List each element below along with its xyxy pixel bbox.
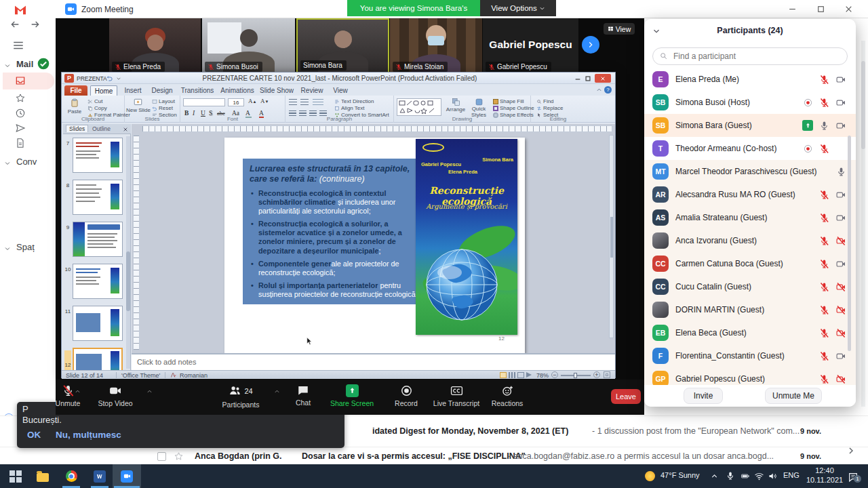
reset-button[interactable]: Reset (152, 105, 173, 111)
paste-button[interactable]: Paste (66, 98, 83, 115)
zoom-slider-thumb[interactable] (574, 373, 577, 378)
gmail-nav-conversations[interactable]: Conv (16, 157, 37, 167)
align-text-button[interactable]: Align Text (334, 105, 365, 111)
arrange-button[interactable]: Arrange (444, 98, 467, 113)
email-next-chevron-icon[interactable] (846, 446, 856, 455)
tab-view[interactable]: View (329, 85, 352, 96)
tab-review[interactable]: Review (298, 85, 326, 96)
quick-styles-button[interactable]: Quick Styles (467, 98, 490, 119)
ppt-close-button[interactable] (595, 74, 611, 83)
bullets-button[interactable] (289, 99, 297, 105)
undo-icon[interactable] (106, 75, 113, 81)
participant-row[interactable]: F Florentina_Constantin (Guest) (644, 344, 856, 367)
view-sorter-button[interactable] (509, 372, 515, 378)
font-name-box[interactable] (183, 98, 225, 106)
unmute-me-button[interactable]: Unmute Me (765, 388, 822, 404)
video-tile[interactable]: Simona Busoi (202, 18, 295, 75)
tab-design[interactable]: Design (149, 85, 176, 96)
video-tile[interactable]: Elena Preda (109, 18, 201, 75)
participant-row[interactable]: CC Carmen Catuna Boca (Guest) (644, 252, 856, 275)
zoom-slider[interactable] (561, 375, 591, 376)
gmail-inbox-item[interactable] (3, 73, 54, 89)
font-size-box[interactable]: 16 (228, 98, 244, 106)
tab-file[interactable]: File (64, 85, 87, 96)
tab-transitions[interactable]: Transitions (178, 85, 216, 96)
view-normal-button[interactable] (500, 372, 507, 378)
language-indicator[interactable]: ENG (783, 471, 800, 479)
spellcheck-icon[interactable] (170, 372, 176, 378)
cut-button[interactable]: Cut (87, 98, 102, 104)
drafts-icon[interactable] (15, 138, 26, 148)
clock-date[interactable]: 10.11.2021 (803, 476, 846, 484)
shrink-font-button[interactable]: A▼ (260, 98, 269, 104)
notification-center-button[interactable]: 1 (848, 470, 859, 483)
email-checkbox[interactable] (157, 452, 166, 461)
word-button[interactable] (90, 464, 110, 488)
ppt-restore-icon[interactable] (585, 75, 591, 82)
ppt-minimize-icon[interactable] (574, 76, 581, 83)
slide-thumbnail[interactable] (73, 180, 123, 215)
slide-thumbnail[interactable] (73, 264, 123, 299)
reactions-button[interactable]: Reactions (485, 384, 530, 407)
close-pane-icon[interactable] (123, 127, 128, 132)
file-explorer-button[interactable] (33, 464, 53, 488)
tab-outline-pane[interactable]: Outline (90, 125, 113, 132)
unmute-options-chevron-icon[interactable] (75, 388, 81, 394)
live-transcript-button[interactable]: Live Transcript (428, 384, 485, 407)
clock-time[interactable]: 12:40 (806, 466, 844, 474)
participant-row[interactable]: Anca Izvoranu (Guest) (644, 229, 856, 252)
toast-ok-button[interactable]: OK (27, 430, 41, 440)
toast-dismiss-button[interactable]: Nu, mulțumesc (56, 430, 121, 440)
view-reading-button[interactable] (517, 372, 524, 378)
participant-row-sharing[interactable]: SB Simona Bara (Guest) (644, 114, 856, 137)
shape-fill-button[interactable]: Shape Fill (493, 98, 524, 104)
share-screen-button[interactable]: Share Screen (323, 384, 380, 407)
find-button[interactable]: Find (536, 98, 554, 104)
slide-thumbnail[interactable] (73, 138, 123, 173)
numbering-button[interactable] (300, 99, 309, 105)
ribbon-collapse-icon[interactable] (596, 87, 602, 93)
maximize-window-icon[interactable] (816, 5, 825, 14)
next-videos-button[interactable] (582, 36, 599, 54)
slide-thumbnail-selected[interactable] (73, 348, 123, 370)
participants-search-input[interactable] (652, 47, 848, 65)
notes-pane[interactable]: Click to add notes (132, 353, 615, 370)
wifi-icon[interactable] (754, 471, 764, 481)
minimize-window-icon[interactable] (788, 5, 797, 14)
email-star-icon[interactable] (174, 451, 184, 462)
tab-home[interactable]: Home (90, 85, 117, 96)
gmail-nav-mail[interactable]: Mail (16, 59, 33, 69)
slide-canvas[interactable]: Lucrarea este structurată în 13 capitole… (224, 138, 525, 353)
forward-arrow-icon[interactable] (30, 19, 41, 30)
tab-slide-show[interactable]: Slide Show (258, 85, 295, 96)
zoom-in-button[interactable]: + (593, 371, 600, 378)
weather-icon[interactable] (643, 464, 656, 488)
panel-scrollbar[interactable] (848, 136, 851, 351)
participant-row[interactable]: SB Simona Busoi (Host) (644, 91, 856, 114)
replace-button[interactable]: Replace (536, 105, 563, 111)
view-slideshow-button[interactable] (526, 372, 532, 378)
participants-chevron-icon[interactable] (274, 388, 280, 394)
participant-row[interactable]: CC Cucu Catalin (Guest) (644, 275, 856, 298)
thumbnails-scrollbar[interactable] (126, 136, 130, 369)
gmail-nav-spaces[interactable]: Spaț (16, 242, 35, 252)
mail-section-chevron-icon[interactable] (4, 62, 11, 69)
zoom-out-button[interactable]: − (551, 371, 558, 378)
shapes-gallery[interactable] (397, 98, 441, 116)
video-tile-active-speaker[interactable]: Simona Bara (296, 18, 389, 75)
view-options-button[interactable]: View Options (480, 0, 556, 16)
close-window-icon[interactable] (844, 5, 853, 14)
start-button[interactable] (5, 464, 26, 488)
indent-buttons[interactable] (313, 99, 323, 105)
chrome-button[interactable] (61, 464, 81, 488)
qat-dropdown-icon[interactable] (116, 76, 121, 81)
weather-text[interactable]: 47°F Sunny (660, 471, 700, 479)
participant-row[interactable]: DORIN MARTIN (Guest) (644, 298, 856, 321)
starred-icon[interactable] (15, 93, 26, 104)
back-arrow-icon[interactable] (9, 19, 20, 30)
video-options-chevron-icon[interactable] (146, 388, 153, 394)
view-button[interactable]: View (604, 23, 635, 35)
spaces-chevron-icon[interactable] (4, 245, 11, 252)
video-tile-no-video[interactable]: Gabriel Popescu Gabriel Popescu (483, 18, 578, 75)
participant-row[interactable]: E Elena Preda (Me) (644, 68, 856, 91)
